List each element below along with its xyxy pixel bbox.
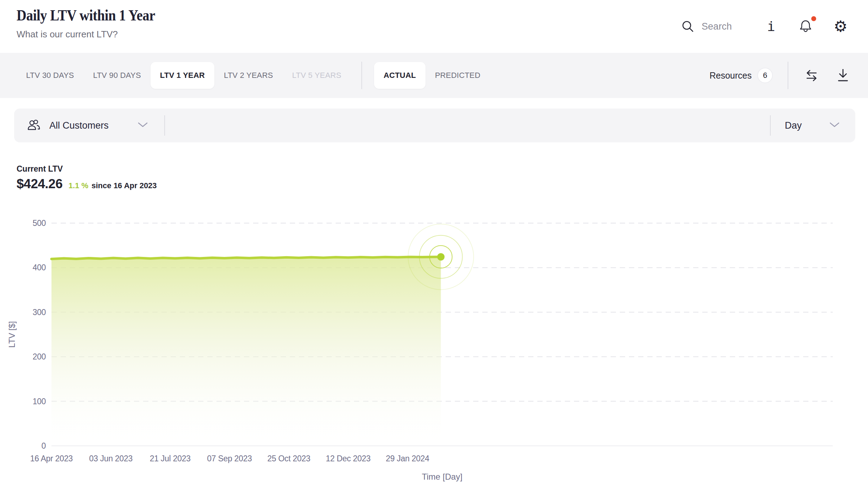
kpi-delta: 1.1 %: [68, 181, 88, 190]
x-tick-label: 07 Sep 2023: [207, 454, 252, 463]
granularity-select[interactable]: Day: [771, 120, 855, 131]
header-actions: Search i ⚙: [681, 0, 848, 53]
customer-segment-select[interactable]: All Customers: [14, 118, 148, 133]
resources-button[interactable]: Resources 6: [710, 68, 773, 83]
resources-label: Resources: [710, 70, 752, 81]
tab-ltv-90-days[interactable]: LTV 90 DAYS: [84, 62, 151, 89]
search-icon: [681, 20, 695, 33]
ltv-chart[interactable]: 010020030040050016 Apr 202303 Jun 202321…: [0, 204, 868, 492]
toolbar: LTV 30 DAYS LTV 90 DAYS LTV 1 YEAR LTV 2…: [0, 53, 868, 98]
series-area-fill: [51, 257, 441, 446]
x-tick-label: 29 Jan 2024: [386, 454, 429, 463]
filter-divider: [164, 115, 165, 136]
info-icon[interactable]: i: [767, 19, 775, 34]
download-icon[interactable]: [836, 67, 850, 84]
y-tick-label: 0: [42, 441, 46, 450]
search-input[interactable]: Search: [681, 20, 732, 33]
x-tick-label: 03 Jun 2023: [89, 454, 133, 463]
customers-icon: [27, 118, 41, 133]
chevron-down-icon: [829, 122, 840, 129]
x-tick-label: 21 Jul 2023: [150, 454, 191, 463]
ltv-area-chart[interactable]: 010020030040050016 Apr 202303 Jun 202321…: [0, 204, 868, 492]
x-tick-label: 12 Dec 2023: [326, 454, 371, 463]
compare-swap-icon[interactable]: [803, 68, 820, 83]
y-axis-title: LTV [$]: [7, 321, 17, 348]
x-tick-label: 25 Oct 2023: [267, 454, 310, 463]
tab-actual[interactable]: ACTUAL: [374, 62, 426, 89]
tab-ltv-30-days[interactable]: LTV 30 DAYS: [17, 62, 84, 89]
y-tick-label: 200: [33, 352, 46, 361]
page-title: Daily LTV within 1 Year: [17, 6, 155, 24]
kpi-label: Current LTV: [17, 164, 157, 174]
resources-count-badge: 6: [757, 68, 773, 83]
kpi-block: Current LTV $424.26 1.1 % since 16 Apr 2…: [17, 164, 157, 191]
x-tick-label: 16 Apr 2023: [30, 454, 73, 463]
filter-bar: All Customers Day: [14, 109, 855, 142]
tab-ltv-1-year[interactable]: LTV 1 YEAR: [151, 62, 214, 89]
kpi-since-date: since 16 Apr 2023: [92, 181, 157, 190]
tab-ltv-2-years[interactable]: LTV 2 YEARS: [214, 62, 283, 89]
y-tick-label: 300: [33, 308, 46, 317]
customer-segment-value: All Customers: [49, 120, 109, 131]
y-tick-label: 400: [33, 263, 46, 272]
chevron-down-icon: [137, 122, 148, 129]
y-tick-label: 100: [33, 397, 46, 406]
settings-gear-icon[interactable]: ⚙: [834, 19, 848, 34]
toolbar-divider: [788, 62, 788, 89]
notification-dot: [811, 16, 816, 21]
toolbar-divider: [361, 62, 362, 89]
granularity-value: Day: [785, 120, 802, 131]
search-placeholder: Search: [702, 21, 732, 32]
x-axis-title: Time [Day]: [422, 472, 462, 481]
kpi-row: $424.26 1.1 % since 16 Apr 2023: [17, 177, 157, 191]
page-subtitle: What is our current LTV?: [17, 29, 118, 40]
tab-ltv-5-years: LTV 5 YEARS: [282, 62, 351, 89]
header: Daily LTV within 1 Year What is our curr…: [0, 0, 868, 53]
notifications-bell-icon[interactable]: [799, 19, 813, 34]
endpoint-marker[interactable]: [437, 253, 445, 260]
kpi-value: $424.26: [17, 177, 62, 191]
tab-predicted[interactable]: PREDICTED: [426, 62, 490, 89]
dashboard-page: Daily LTV within 1 Year What is our curr…: [0, 0, 868, 492]
y-tick-label: 500: [33, 219, 46, 228]
